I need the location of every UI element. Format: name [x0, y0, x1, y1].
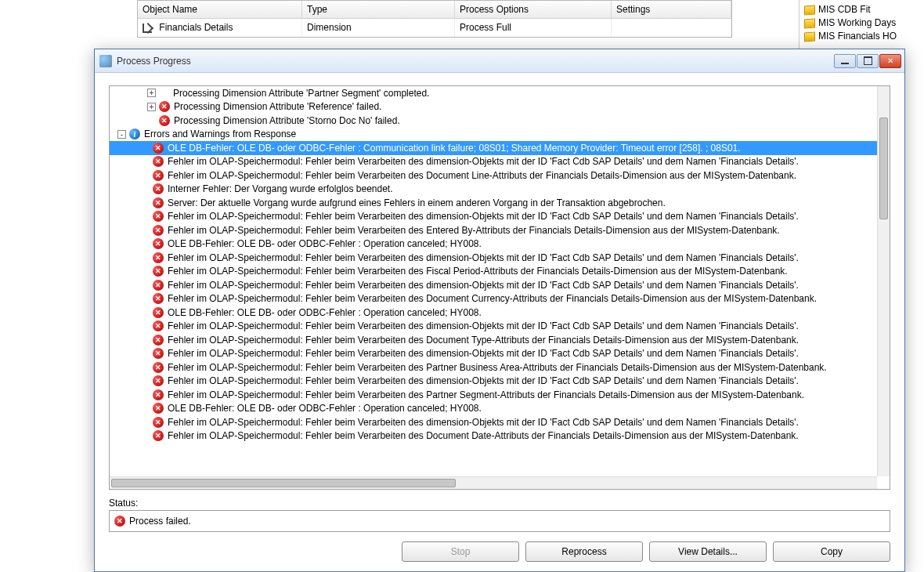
error-icon — [153, 197, 164, 208]
tree-node[interactable]: Interner Fehler: Der Vorgang wurde erfol… — [110, 183, 877, 197]
tree-node[interactable]: Fehler im OLAP-Speichermodul: Fehler bei… — [110, 265, 877, 279]
cell-type: Dimension — [302, 19, 455, 37]
error-icon — [153, 307, 164, 318]
node-text: OLE DB-Fehler: OLE DB- oder ODBC-Fehler … — [168, 143, 741, 154]
tree-node[interactable]: Fehler im OLAP-Speichermodul: Fehler bei… — [110, 320, 877, 334]
tree-node[interactable]: OLE DB-Fehler: OLE DB- oder ODBC-Fehler … — [110, 306, 877, 320]
error-icon — [153, 266, 164, 277]
tree-node[interactable]: Fehler im OLAP-Speichermodul: Fehler bei… — [110, 251, 877, 265]
tree-node[interactable]: OLE DB-Fehler: OLE DB- oder ODBC-Fehler … — [110, 237, 877, 252]
node-text: Fehler im OLAP-Speichermodul: Fehler bei… — [168, 280, 799, 291]
tree-node[interactable]: Fehler im OLAP-Speichermodul: Fehler bei… — [110, 360, 877, 375]
maximize-button[interactable] — [857, 54, 879, 68]
tree-node[interactable]: Fehler im OLAP-Speichermodul: Fehler bei… — [110, 155, 877, 169]
tree-node[interactable]: Fehler im OLAP-Speichermodul: Fehler bei… — [110, 388, 877, 402]
cube-icon — [804, 5, 815, 15]
error-icon — [153, 430, 164, 441]
col-object-name[interactable]: Object Name — [138, 1, 302, 18]
copy-button[interactable]: Copy — [773, 541, 890, 562]
node-text: Processing Dimension Attribute 'Storno D… — [174, 115, 400, 126]
tree-node[interactable]: Fehler im OLAP-Speichermodul: Fehler bei… — [110, 223, 877, 237]
app-icon — [99, 55, 112, 67]
stop-button: Stop — [402, 541, 519, 562]
table-header: Object Name Type Process Options Setting… — [138, 1, 731, 19]
node-text: Fehler im OLAP-Speichermodul: Fehler bei… — [168, 156, 799, 167]
expand-icon[interactable]: + — [147, 89, 156, 97]
error-icon — [153, 238, 164, 249]
col-settings[interactable]: Settings — [612, 1, 731, 18]
col-process-options[interactable]: Process Options — [455, 1, 612, 18]
close-button[interactable]: ✕ — [879, 54, 901, 68]
cube-label: MIS Financials HO — [818, 31, 897, 42]
expand-icon[interactable]: + — [147, 103, 156, 111]
table-row[interactable]: Financials Details Dimension Process Ful… — [138, 19, 731, 37]
error-icon — [159, 101, 170, 112]
error-icon — [153, 143, 164, 154]
node-text: Fehler im OLAP-Speichermodul: Fehler bei… — [168, 266, 788, 277]
node-text: Fehler im OLAP-Speichermodul: Fehler bei… — [168, 389, 804, 400]
tree-node[interactable]: Fehler im OLAP-Speichermodul: Fehler bei… — [110, 347, 877, 361]
cube-item[interactable]: MIS Financials HO — [799, 30, 924, 43]
tree-node[interactable]: +Processing Dimension Attribute 'Partner… — [110, 86, 877, 100]
object-table: Object Name Type Process Options Setting… — [137, 0, 732, 38]
progress-tree[interactable]: +Processing Dimension Attribute 'Partner… — [109, 85, 890, 490]
dimension-icon — [143, 23, 153, 34]
tree-node[interactable]: Fehler im OLAP-Speichermodul: Fehler bei… — [110, 278, 877, 292]
cube-item[interactable]: MIS CDB Fit — [799, 3, 924, 16]
error-icon — [153, 417, 164, 428]
scrollbar-thumb[interactable] — [879, 118, 888, 219]
error-icon — [153, 183, 164, 194]
node-text: Fehler im OLAP-Speichermodul: Fehler bei… — [168, 225, 780, 236]
error-icon — [153, 225, 164, 236]
scrollbar-thumb[interactable] — [111, 479, 456, 487]
error-icon — [153, 170, 164, 181]
tree-node[interactable]: Fehler im OLAP-Speichermodul: Fehler bei… — [110, 333, 877, 347]
error-icon — [153, 320, 164, 331]
cell-object-name: Financials Details — [159, 22, 233, 33]
status-text: Process failed. — [129, 516, 191, 527]
error-icon — [153, 362, 164, 373]
collapse-icon[interactable]: - — [117, 130, 126, 139]
node-text: Fehler im OLAP-Speichermodul: Fehler bei… — [168, 293, 817, 304]
tree-node[interactable]: Fehler im OLAP-Speichermodul: Fehler bei… — [110, 429, 877, 443]
col-type[interactable]: Type — [302, 1, 455, 18]
tree-node[interactable]: Fehler im OLAP-Speichermodul: Fehler bei… — [110, 415, 877, 429]
node-text: Fehler im OLAP-Speichermodul: Fehler bei… — [168, 211, 799, 222]
tree-node[interactable]: OLE DB-Fehler: OLE DB- oder ODBC-Fehler … — [110, 141, 877, 155]
tree-node[interactable]: Fehler im OLAP-Speichermodul: Fehler bei… — [110, 210, 877, 224]
error-icon — [153, 335, 164, 346]
node-text: Fehler im OLAP-Speichermodul: Fehler bei… — [168, 362, 827, 373]
cube-item[interactable]: MIS Working Days — [799, 16, 924, 30]
tree-node[interactable]: Processing Dimension Attribute 'Storno D… — [110, 114, 877, 128]
view-details-button[interactable]: View Details... — [649, 541, 767, 562]
node-text: OLE DB-Fehler: OLE DB- oder ODBC-Fehler … — [168, 238, 482, 249]
error-icon — [153, 348, 164, 359]
tree-node[interactable]: Fehler im OLAP-Speichermodul: Fehler bei… — [110, 292, 877, 306]
node-text: Fehler im OLAP-Speichermodul: Fehler bei… — [168, 320, 799, 331]
node-text: Fehler im OLAP-Speichermodul: Fehler bei… — [168, 417, 799, 428]
horizontal-scrollbar[interactable] — [110, 476, 877, 489]
node-text: Errors and Warnings from Response — [144, 129, 296, 139]
tree-node[interactable]: Fehler im OLAP-Speichermodul: Fehler bei… — [110, 375, 877, 389]
tree-node[interactable]: Server: Der aktuelle Vorgang wurde aufgr… — [110, 196, 877, 210]
tree-node[interactable]: Fehler im OLAP-Speichermodul: Fehler bei… — [110, 168, 877, 183]
error-icon — [114, 516, 125, 527]
tree-node[interactable]: -Errors and Warnings from Response — [110, 128, 877, 142]
error-icon — [153, 375, 164, 386]
node-text: Fehler im OLAP-Speichermodul: Fehler bei… — [168, 170, 796, 181]
tree-node[interactable]: OLE DB-Fehler: OLE DB- oder ODBC-Fehler … — [110, 402, 877, 416]
titlebar[interactable]: Process Progress ✕ — [95, 49, 904, 73]
vertical-scrollbar[interactable] — [877, 86, 890, 476]
node-text: Fehler im OLAP-Speichermodul: Fehler bei… — [168, 335, 799, 346]
reprocess-button[interactable]: Reprocess — [525, 541, 643, 562]
error-icon — [153, 156, 164, 167]
error-icon — [153, 293, 164, 304]
minimize-button[interactable] — [834, 54, 856, 68]
node-text: Fehler im OLAP-Speichermodul: Fehler bei… — [168, 375, 799, 386]
node-text: Processing Dimension Attribute 'Partner … — [173, 88, 429, 99]
cell-process-options[interactable]: Process Full — [455, 19, 612, 37]
error-icon — [153, 280, 164, 291]
tree-node[interactable]: +Processing Dimension Attribute 'Referen… — [110, 100, 877, 114]
process-progress-dialog: Process Progress ✕ +Processing Dimension… — [94, 49, 905, 572]
node-text: Processing Dimension Attribute 'Referenc… — [174, 101, 381, 112]
